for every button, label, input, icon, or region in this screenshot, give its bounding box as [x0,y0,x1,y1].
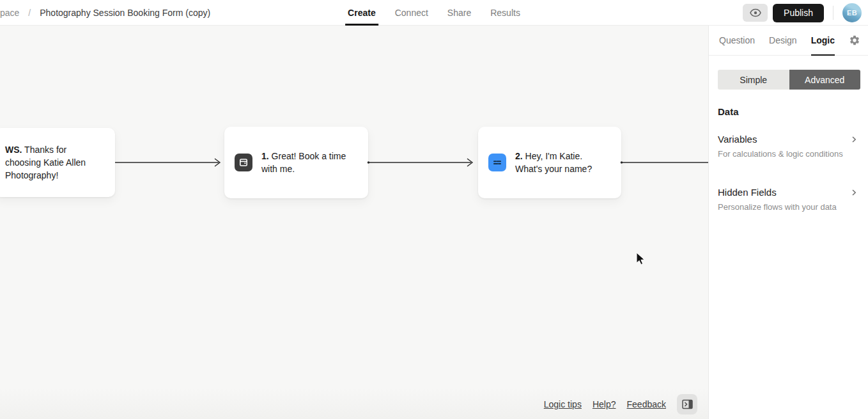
node-text: WS. Thanks for choosing Katie Allen Phot… [5,143,105,182]
node-id-label: 1. [261,151,269,161]
node-text: 1. Great! Book a time with me. [261,150,358,175]
logic-tips-link[interactable]: Logic tips [544,399,582,409]
mode-simple[interactable]: Simple [718,70,789,90]
section-title: Data [718,106,859,117]
tab-design[interactable]: Design [769,26,797,56]
sidebar-item-variables[interactable]: Variables For calculations & logic condi… [718,134,859,159]
chevron-right-icon [849,134,859,145]
node-id-label: WS. [5,145,22,155]
short-text-icon [488,154,506,171]
gear-icon [849,35,860,46]
logic-flow-canvas[interactable]: WS. Thanks for choosing Katie Allen Phot… [0,26,708,419]
flow-node-short-text[interactable]: 2. Hey, I'm Katie. What's your name? [478,127,621,198]
logic-mode-toggle: Simple Advanced [718,70,860,90]
main-nav-tabs: Create Connect Share Results [348,0,520,26]
flow-node-welcome[interactable]: WS. Thanks for choosing Katie Allen Phot… [0,128,115,197]
node-id-label: 2. [515,151,523,161]
breadcrumb: pace / Photography Session Booking Form … [0,0,210,26]
tab-question[interactable]: Question [719,26,755,56]
eye-icon [750,8,761,17]
node-question-text: Hey, I'm Katie. What's your name? [515,151,592,174]
topbar-actions: Publish EB [743,0,862,26]
help-link[interactable]: Help? [593,399,616,409]
connector-arrow-1 [115,157,224,168]
top-bar: pace / Photography Session Booking Form … [0,0,868,26]
avatar[interactable]: EB [842,3,862,22]
flow-node-calendar[interactable]: 1. Great! Book a time with me. [224,127,368,198]
node-question-text: Great! Book a time with me. [261,151,346,174]
calendar-icon [235,154,252,171]
mouse-cursor [636,252,646,266]
feedback-link[interactable]: Feedback [627,399,666,409]
variables-label: Variables [718,134,757,145]
data-section: Data Variables For calculations & logic … [709,90,868,212]
sidebar-item-hidden-fields[interactable]: Hidden Fields Personalize flows with you… [718,187,859,212]
canvas-footer: Logic tips Help? Feedback [544,394,697,415]
collapse-panel-button[interactable] [677,394,697,415]
node-text: 2. Hey, I'm Katie. What's your name? [515,150,611,175]
settings-button[interactable] [849,35,860,46]
mode-advanced[interactable]: Advanced [789,70,861,90]
tab-share[interactable]: Share [447,0,471,26]
hidden-fields-label: Hidden Fields [718,187,777,198]
tab-create[interactable]: Create [348,0,376,26]
tab-logic[interactable]: Logic [811,26,835,56]
chevron-right-icon [849,187,859,198]
form-title[interactable]: Photography Session Booking Form (copy) [40,8,210,18]
breadcrumb-workspace[interactable]: pace [0,8,19,18]
tab-connect[interactable]: Connect [395,0,428,26]
topbar-divider [833,6,833,20]
preview-button[interactable] [743,4,768,22]
breadcrumb-separator: / [28,8,31,18]
connector-arrow-2 [367,157,477,168]
hidden-fields-description: Personalize flows with your data [718,202,859,212]
right-sidebar: Question Design Logic Simple Advanced Da… [708,26,868,419]
tab-results[interactable]: Results [490,0,520,26]
connector-line-3 [620,157,708,168]
publish-button[interactable]: Publish [773,4,824,22]
collapse-panel-icon [682,399,693,409]
sidebar-tabs: Question Design Logic [709,26,868,56]
variables-description: For calculations & logic conditions [718,149,859,159]
